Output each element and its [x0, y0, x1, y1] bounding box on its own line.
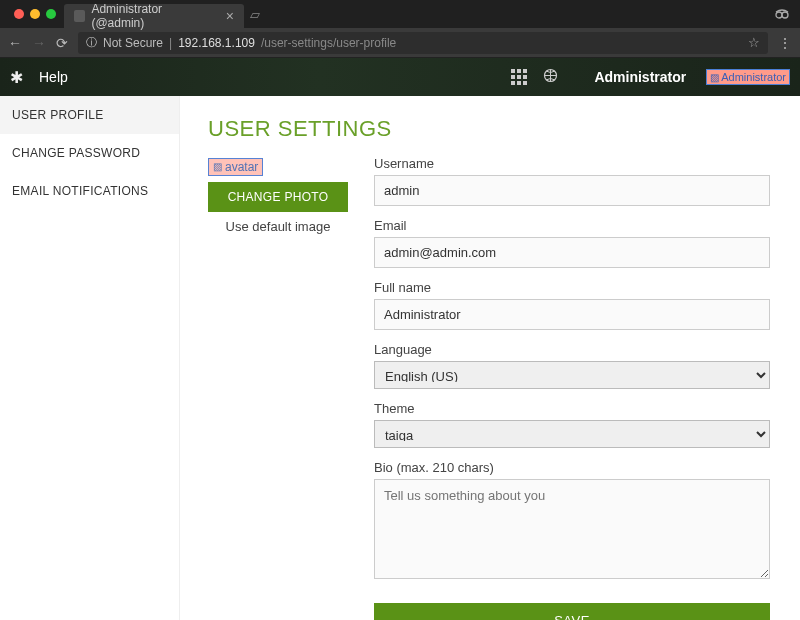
email-label: Email: [374, 218, 770, 233]
address-bar: ← → ⟳ ⓘ Not Secure | 192.168.1.109/user-…: [0, 28, 800, 58]
save-button[interactable]: SAVE: [374, 603, 770, 620]
url-host: 192.168.1.109: [178, 36, 255, 50]
close-window-icon[interactable]: [14, 9, 24, 19]
broken-image-icon: ▨: [710, 72, 719, 83]
avatar-image: ▨ avatar: [208, 158, 263, 176]
broken-image-icon: ▨: [213, 161, 222, 172]
sidebar-item-user-profile[interactable]: USER PROFILE: [0, 96, 179, 134]
tab-close-icon[interactable]: ×: [226, 8, 234, 24]
use-default-image-link[interactable]: Use default image: [208, 219, 348, 234]
tab-title: Administrator (@admin): [91, 2, 211, 30]
globe-icon[interactable]: [543, 68, 558, 86]
bio-textarea[interactable]: [374, 479, 770, 579]
info-icon: ⓘ: [86, 35, 97, 50]
field-group-email: Email: [374, 218, 770, 268]
tab-favicon-icon: [74, 10, 85, 22]
language-select[interactable]: English (US): [374, 361, 770, 389]
avatar-alt: avatar: [225, 160, 258, 174]
app-header: ✱ Help Administrator ▨ Administrator: [0, 58, 800, 96]
email-input[interactable]: [374, 237, 770, 268]
bookmark-icon[interactable]: ☆: [748, 35, 760, 50]
field-group-username: Username: [374, 156, 770, 206]
url-path: /user-settings/user-profile: [261, 36, 396, 50]
avatar-column: ▨ avatar CHANGE PHOTO Use default image: [208, 156, 348, 620]
fullname-label: Full name: [374, 280, 770, 295]
bio-label: Bio (max. 210 chars): [374, 460, 770, 475]
username-input[interactable]: [374, 175, 770, 206]
username-label: Username: [374, 156, 770, 171]
field-group-bio: Bio (max. 210 chars): [374, 460, 770, 583]
browser-menu-icon[interactable]: ⋮: [778, 35, 792, 51]
theme-label: Theme: [374, 401, 770, 416]
content: USER SETTINGS ▨ avatar CHANGE PHOTO Use …: [180, 96, 800, 620]
fullname-input[interactable]: [374, 299, 770, 330]
security-label: Not Secure: [103, 36, 163, 50]
apps-grid-icon[interactable]: [511, 69, 527, 85]
theme-select[interactable]: taiga: [374, 420, 770, 448]
browser-chrome: Administrator (@admin) × ▱ ← → ⟳ ⓘ Not S…: [0, 0, 800, 58]
url-field[interactable]: ⓘ Not Secure | 192.168.1.109/user-settin…: [78, 32, 768, 54]
avatar-alt-text: Administrator: [721, 71, 786, 83]
svg-point-1: [782, 12, 788, 18]
reload-icon[interactable]: ⟳: [56, 35, 68, 51]
browser-tab[interactable]: Administrator (@admin) ×: [64, 4, 244, 28]
sidebar-item-change-password[interactable]: CHANGE PASSWORD: [0, 134, 179, 172]
field-group-theme: Theme taiga: [374, 401, 770, 448]
language-label: Language: [374, 342, 770, 357]
app-logo[interactable]: ✱: [10, 68, 23, 87]
sidebar-item-email-notifications[interactable]: EMAIL NOTIFICATIONS: [0, 172, 179, 210]
new-tab-icon[interactable]: ▱: [250, 7, 260, 22]
back-icon[interactable]: ←: [8, 35, 22, 51]
current-user-label[interactable]: Administrator: [594, 69, 686, 85]
field-group-fullname: Full name: [374, 280, 770, 330]
page-title: USER SETTINGS: [208, 116, 770, 142]
svg-point-0: [776, 12, 782, 18]
header-avatar[interactable]: ▨ Administrator: [706, 69, 790, 85]
form-row: ▨ avatar CHANGE PHOTO Use default image …: [208, 156, 770, 620]
minimize-window-icon[interactable]: [30, 9, 40, 19]
forward-icon[interactable]: →: [32, 35, 46, 51]
tab-bar: Administrator (@admin) × ▱: [0, 0, 800, 28]
fields-column: Username Email Full name Language Englis…: [374, 156, 770, 620]
logo-icon: ✱: [10, 68, 23, 87]
window-controls: [6, 9, 64, 19]
app-body: USER PROFILE CHANGE PASSWORD EMAIL NOTIF…: [0, 96, 800, 620]
incognito-icon: [774, 6, 790, 23]
help-link[interactable]: Help: [39, 69, 68, 85]
field-group-language: Language English (US): [374, 342, 770, 389]
sidebar: USER PROFILE CHANGE PASSWORD EMAIL NOTIF…: [0, 96, 180, 620]
maximize-window-icon[interactable]: [46, 9, 56, 19]
change-photo-button[interactable]: CHANGE PHOTO: [208, 182, 348, 212]
